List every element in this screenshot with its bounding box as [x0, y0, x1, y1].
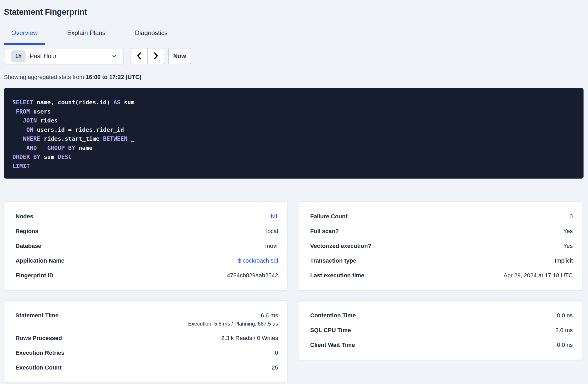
- summary-row: Regionslocal: [16, 224, 278, 239]
- sql-keyword: BETWEEN: [103, 135, 127, 142]
- aggregation-note-prefix: Showing aggregated stats from: [4, 74, 86, 80]
- summary-row: Full scan?Yes: [310, 224, 573, 239]
- row-label: Full scan?: [310, 228, 339, 235]
- summary-row: Contention Time0.0 ns: [310, 308, 573, 323]
- row-value-wrap: 0.0 ns: [557, 312, 573, 319]
- aggregation-note: Showing aggregated stats from 16:00 to 1…: [4, 74, 588, 81]
- row-label: SQL CPU Time: [310, 327, 351, 334]
- time-range-dropdown[interactable]: 1h Past Hour: [4, 48, 124, 64]
- sql-text: [30, 154, 33, 160]
- sql-line: WHERE rides.start_time BETWEEN _: [12, 134, 575, 144]
- row-label: Application Name: [16, 257, 64, 264]
- summary-row: Fingerprint ID4784cb829aab2542: [16, 268, 278, 283]
- row-value-link[interactable]: $ cockroach sql: [238, 257, 278, 264]
- row-value-wrap: Yes: [563, 243, 573, 249]
- row-value: 0: [570, 213, 573, 220]
- row-label: Last execution time: [310, 272, 364, 279]
- row-value: 25: [272, 364, 278, 371]
- row-value-wrap: local: [266, 228, 278, 235]
- row-value-wrap: $ cockroach sql: [238, 257, 278, 264]
- row-value: 6.6 ms: [261, 312, 278, 319]
- sql-keyword: AND: [26, 145, 37, 151]
- sql-keyword: GROUP: [47, 145, 64, 151]
- tab-overview-label: Overview: [11, 29, 38, 36]
- sql-text: [12, 145, 26, 151]
- tab-overview[interactable]: Overview: [4, 29, 45, 44]
- tab-diagnostics[interactable]: Diagnostics: [127, 29, 175, 44]
- sql-line: AND _ GROUP BY name: [12, 144, 575, 153]
- row-label: Database: [16, 243, 41, 249]
- chevron-right-icon: [152, 52, 159, 61]
- row-value-wrap: 25: [272, 364, 278, 371]
- row-value-wrap: N1: [271, 213, 278, 220]
- chevron-left-icon: [136, 52, 143, 61]
- sql-keyword: BY: [68, 145, 75, 151]
- row-value-wrap: 0: [570, 213, 573, 220]
- row-value-link[interactable]: N1: [271, 213, 278, 220]
- page-title: Statement Fingerprint: [4, 7, 588, 17]
- previous-time-range-button[interactable]: [131, 48, 147, 64]
- sql-keyword: FROM: [16, 108, 30, 115]
- row-subvalue: Execution: 5.8 ms / Planning: 687.5 µs: [188, 321, 278, 327]
- row-value-wrap: Implicit: [555, 257, 573, 264]
- row-value: 2.3 k Reads / 0 Writes: [221, 335, 278, 341]
- sql-text: [65, 145, 68, 151]
- sql-text: rides.start_time: [40, 135, 103, 142]
- sql-text: [12, 108, 16, 115]
- sql-text: rides: [37, 117, 58, 124]
- row-value-wrap: 0.0 ns: [557, 342, 573, 348]
- row-value: 2.0 ms: [555, 327, 573, 333]
- sql-line: JOIN rides: [12, 116, 575, 125]
- sql-text: [12, 135, 23, 142]
- sql-text: name: [75, 145, 92, 151]
- sql-keyword: LIMIT: [12, 163, 30, 169]
- summary-row: NodesN1: [16, 209, 278, 224]
- summary-row: Statement Time6.6 msExecution: 5.8 ms / …: [16, 308, 278, 331]
- summary-cards: NodesN1RegionslocalDatabasemovrApplicati…: [4, 201, 582, 383]
- chevron-down-icon: [111, 53, 117, 59]
- row-label: Vectorized execution?: [310, 243, 371, 249]
- summary-row: Rows Processed2.3 k Reads / 0 Writes: [16, 331, 278, 346]
- row-label: Client Wait Time: [310, 342, 355, 348]
- row-value: 0.0 ns: [557, 342, 573, 348]
- sql-keyword: ON: [26, 126, 33, 133]
- card-statement-times: Statement Time6.6 msExecution: 5.8 ms / …: [4, 300, 288, 383]
- summary-row: Execution Count25: [16, 360, 278, 375]
- row-value: 0: [275, 349, 278, 356]
- row-value-wrap: 2.3 k Reads / 0 Writes: [221, 335, 278, 342]
- sql-keyword: SELECT: [12, 99, 33, 106]
- summary-row: Application Name$ cockroach sql: [16, 253, 278, 268]
- sql-text: _: [30, 163, 37, 169]
- row-label: Statement Time: [16, 312, 58, 319]
- tab-bar: Overview Explain Plans Diagnostics: [4, 29, 588, 44]
- aggregation-note-range: 16:00 to 17:22 (UTC): [86, 74, 142, 80]
- summary-row: SQL CPU Time2.0 ms: [310, 323, 573, 338]
- row-value-wrap: Apr 29, 2024 at 17:18 UTC: [504, 272, 573, 279]
- sql-text: [12, 126, 26, 133]
- row-label: Regions: [16, 228, 38, 235]
- row-label: Execution Count: [16, 364, 62, 371]
- tab-explain-plans-label: Explain Plans: [67, 29, 105, 36]
- row-value-wrap: 0: [275, 349, 278, 356]
- sql-text: name, count(rides.id): [33, 99, 113, 106]
- sql-line: SELECT name, count(rides.id) AS sum: [12, 98, 575, 107]
- row-label: Fingerprint ID: [16, 272, 53, 279]
- summary-row: Failure Count0: [310, 209, 573, 224]
- now-button[interactable]: Now: [168, 48, 191, 64]
- sql-text: sum: [40, 154, 58, 160]
- row-value: Apr 29, 2024 at 17:18 UTC: [504, 272, 573, 279]
- sql-keyword: DESC: [58, 154, 72, 160]
- sql-text: [12, 117, 23, 124]
- row-value: local: [266, 228, 278, 234]
- sql-line: FROM users: [12, 107, 575, 116]
- sql-text: users: [30, 108, 51, 115]
- sql-keyword: ORDER: [12, 154, 30, 160]
- row-label: Failure Count: [310, 213, 348, 220]
- summary-row: Vectorized execution?Yes: [310, 239, 573, 253]
- row-label: Transaction type: [310, 257, 356, 264]
- row-label: Execution Retries: [16, 349, 64, 356]
- row-value: movr: [265, 243, 278, 249]
- sql-keyword: BY: [33, 154, 40, 160]
- tab-explain-plans[interactable]: Explain Plans: [60, 29, 113, 44]
- next-time-range-button[interactable]: [147, 48, 164, 64]
